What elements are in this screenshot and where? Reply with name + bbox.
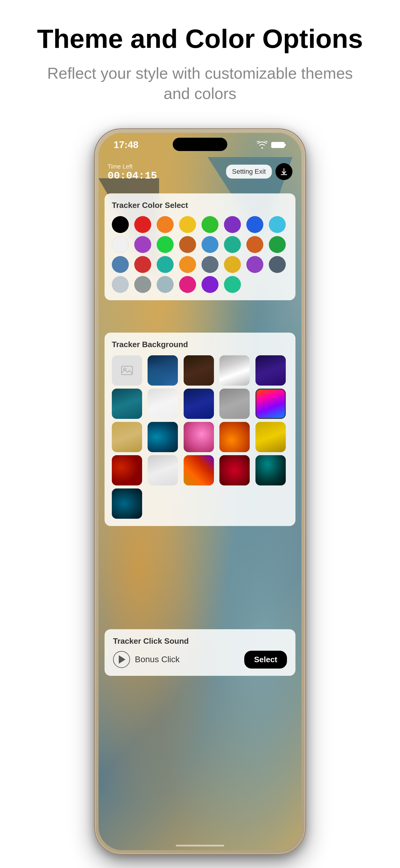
svg-rect-1 [272,142,284,148]
color-light-blue[interactable] [269,216,286,233]
color-lavender[interactable] [134,236,151,253]
color-dark-orange[interactable] [179,236,196,253]
setting-exit-button[interactable]: Setting Exit [226,165,272,179]
bg-thumb-clouds[interactable] [220,355,250,385]
bg-thumb-earth[interactable] [183,355,214,385]
color-bright-purple[interactable] [201,276,219,293]
color-hot-pink[interactable] [179,276,196,293]
bg-thumb-teal[interactable] [112,389,142,419]
download-arrow-icon [280,167,288,176]
time-left-value: 00:04:15 [108,170,157,182]
bg-thumb-placeholder[interactable] [112,355,142,385]
color-gold[interactable] [224,256,241,273]
svg-rect-2 [284,144,286,146]
sound-name: Bonus Click [135,655,180,664]
page-header: Theme and Color Options Reflect your sty… [18,0,382,116]
time-left-container: Time Left 00:04:15 [108,163,157,182]
time-left-label: Time Left [108,163,157,170]
header-buttons: Setting Exit [226,163,292,180]
color-black[interactable] [112,216,129,233]
bg-thumb-silver[interactable] [220,389,250,419]
color-select-title: Tracker Color Select [112,200,288,210]
wifi-icon [257,141,267,149]
color-cyan-teal[interactable] [157,256,174,273]
color-steel-blue[interactable] [112,256,129,273]
phone-frame: 17:48 Time Left 00:04:15 [94,128,306,855]
color-emerald[interactable] [224,276,241,293]
color-slate[interactable] [201,256,219,273]
color-light-teal[interactable] [157,276,174,293]
bg-thumb-tealswirl[interactable] [148,422,178,452]
color-teal[interactable] [224,236,241,253]
play-button[interactable] [113,651,130,668]
page-subtitle: Reflect your style with customizable the… [36,63,364,104]
svg-rect-4 [121,366,133,375]
page-title: Theme and Color Options [36,24,364,54]
bg-thumb-sand[interactable] [112,422,142,452]
bg-thumb-whitecloud[interactable] [148,455,178,486]
battery-icon [271,141,286,149]
status-time: 17:48 [114,139,139,150]
color-dark-green[interactable] [269,236,286,253]
status-bar: 17:48 [98,133,302,157]
home-indicator [176,845,224,846]
color-white[interactable] [112,236,129,253]
color-select-panel: Tracker Color Select [105,193,295,300]
bg-thumb-tealcosmos[interactable] [255,455,286,486]
bg-thumb-ocean[interactable] [148,355,178,385]
sound-panel-inner: Tracker Click Sound Bonus Click Select [113,637,287,669]
color-light-gray1[interactable] [112,276,129,293]
sound-panel: Tracker Click Sound Bonus Click Select [105,629,295,676]
phone-screen: 17:48 Time Left 00:04:15 [98,133,302,850]
bg-thumb-yellowgrass[interactable] [255,422,286,452]
color-gray-dark[interactable] [269,256,286,273]
color-grid [112,216,288,293]
color-red[interactable] [134,216,151,233]
color-burnt-orange[interactable] [246,236,263,253]
bg-thumb-inkblue[interactable] [183,389,214,419]
color-purple[interactable] [224,216,241,233]
play-icon [119,655,125,664]
color-yellow[interactable] [179,216,196,233]
image-placeholder-icon [121,365,133,376]
color-green[interactable] [201,216,219,233]
bg-thumb-starspace[interactable] [112,489,142,519]
sound-panel-title: Tracker Click Sound [113,637,287,646]
bg-select-panel: Tracker Background [105,333,295,526]
sound-left: Bonus Click [113,651,180,668]
bg-thumb-snow[interactable] [148,389,178,419]
color-violet[interactable] [246,256,263,273]
color-bright-orange[interactable] [179,256,196,273]
status-icons [257,141,286,149]
color-sky-blue[interactable] [201,236,219,253]
dynamic-island [173,138,227,151]
bg-thumb-space-purple[interactable] [255,355,286,385]
app-header: Time Left 00:04:15 Setting Exit [98,157,302,185]
color-orange[interactable] [157,216,174,233]
bg-thumb-multicolor[interactable] [183,455,214,486]
color-red2[interactable] [134,256,151,273]
color-blue[interactable] [246,216,263,233]
bg-thumb-lava[interactable] [112,455,142,486]
bg-thumb-fire[interactable] [220,422,250,452]
bg-thumb-redmist[interactable] [220,455,250,486]
select-button[interactable]: Select [244,651,287,669]
bg-thumb-prism[interactable] [255,389,286,419]
download-button[interactable] [276,163,292,180]
bg-grid [112,355,288,519]
color-gray2[interactable] [134,276,151,293]
color-bright-green[interactable] [157,236,174,253]
bg-select-title: Tracker Background [112,340,288,349]
phone-mockup: 17:48 Time Left 00:04:15 [94,128,306,855]
bg-thumb-pinkswirl[interactable] [183,422,214,452]
svg-point-0 [261,147,263,149]
